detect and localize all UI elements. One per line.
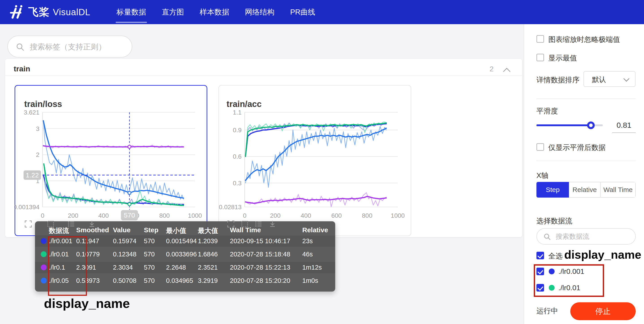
tab-histogram[interactable]: 直方图 [162,7,184,17]
nav-tabs: 标量数据 直方图 样本数据 网络结构 PR曲线 [116,0,315,24]
svg-text:0: 0 [41,212,44,219]
tag-search-input[interactable] [29,41,126,52]
tooltip-cell: 2.3034 [113,264,133,271]
select-all-label: 全选 [548,251,563,261]
xaxis-step-button[interactable]: Step [536,182,569,198]
slider-handle[interactable] [587,122,595,129]
search-icon [16,42,25,52]
svg-text:200: 200 [270,212,280,219]
tooltip-cell: 1m0s [302,277,318,284]
runs-search [536,228,636,245]
svg-text:1.22: 1.22 [26,171,39,179]
tooltip-cell: 570 [144,237,154,245]
ignore-extremes-checkbox[interactable] [536,35,544,43]
tooltip-cell: 2.3521 [198,264,218,271]
tooltip-cell: 0.15974 [113,237,136,245]
xaxis-walltime-button[interactable]: Wall Time [601,182,636,198]
tag-search [8,36,132,57]
sort-label: 详情数据排序 [536,75,580,85]
svg-text:1.1: 1.1 [233,109,242,116]
chart-tooltip: 数据流SmoothedValueStep最小值最大值Wall TimeRelat… [35,221,335,292]
svg-text:3: 3 [36,125,40,132]
tab-scalar[interactable]: 标量数据 [116,7,146,17]
tooltip-cell: 2.2648 [166,264,186,271]
sort-dropdown[interactable]: 默认 [584,71,636,87]
group-title: train [14,64,30,73]
svg-text:1000: 1000 [188,212,202,219]
tooltip-cell: 570 [144,264,154,271]
tooltip-cell: 1m12s [302,264,322,271]
tab-graph[interactable]: 网络结构 [245,7,274,17]
svg-text:0.001394: 0.001394 [14,204,40,211]
tooltip-cell: 2020-07-28 15:18:48 [230,251,290,258]
train-loss-chart[interactable]: 3.6213210.001394020040060080010001.22570 [14,85,207,236]
reset-zoom-icon[interactable] [46,220,55,228]
expand-icon[interactable] [227,220,235,228]
tooltip-row: ./lr0.12.30912.30345702.26482.35212020-0… [35,262,335,273]
tooltip-header-cell: Value [113,226,130,234]
xaxis-button-group: Step Relative Wall Time [536,182,636,198]
visualdl-app: 飞桨 VisualDL 标量数据 直方图 样本数据 网络结构 PR曲线 中 | … [0,0,644,324]
download-icon[interactable] [88,220,96,228]
download-icon[interactable] [268,220,276,228]
tooltip-row: ./lr0.0010.119470.159745700.00154941.203… [35,236,335,247]
tooltip-cell: 0.0015494 [166,237,197,245]
run-color-dot [41,278,46,284]
show-extremum-label: 显示最值 [548,53,577,63]
svg-text:0.6: 0.6 [233,153,242,160]
reset-zoom-icon[interactable] [241,220,249,228]
runs-list-icon[interactable] [254,220,262,228]
tooltip-header-cell: 最小值 [166,226,186,235]
tooltip-header-cell: 最大值 [198,226,218,235]
tooltip-cell: ./lr0.05 [49,277,69,284]
tooltip-cell: 0.12348 [113,251,136,258]
sidebar-divider [536,161,636,161]
expand-icon[interactable] [24,220,32,228]
logo-text-en: VisualDL [53,7,90,17]
tooltip-cell: 1.2039 [198,237,218,245]
xaxis-relative-button[interactable]: Relative [569,182,601,198]
show-extremum-checkbox[interactable] [536,54,544,61]
card-divider [5,75,522,76]
runs-search-input[interactable] [555,232,630,241]
svg-text:800: 800 [159,212,170,219]
stop-button[interactable]: 停止 [570,302,636,320]
run-label[interactable]: ./lr0.01 [558,284,580,292]
tab-pr-curve[interactable]: PR曲线 [290,7,315,17]
tooltip-cell: ./lr0.01 [49,251,69,258]
smoothness-value[interactable]: 0.81 [612,121,636,130]
search-icon [543,233,551,241]
smoothness-label: 平滑度 [536,106,558,116]
svg-text:400: 400 [98,212,109,219]
tooltip-cell: ./lr0.1 [49,264,65,271]
run-label[interactable]: ./lr0.001 [558,267,584,276]
train-acc-chart[interactable]: 1.10.90.60.30.0281302004006008001000 [218,85,411,236]
running-status-label: 运行中 [536,306,558,316]
run-checkbox[interactable] [536,284,544,292]
tooltip-cell: 0.0033696 [166,251,197,258]
tooltip-cell: 2020-07-28 15:22:13 [230,264,290,271]
chevron-down-icon [624,76,630,82]
tab-samples[interactable]: 样本数据 [200,7,229,17]
tooltip-cell: 23s [302,237,313,245]
run-checkbox[interactable] [536,268,544,275]
group-chart-count: 2 [490,65,494,73]
tooltip-cell: 0.50708 [113,277,136,284]
smoothed-only-checkbox[interactable] [536,143,544,151]
tooltip-header-row: 数据流SmoothedValueStep最小值最大值Wall TimeRelat… [35,224,335,236]
tooltip-row: ./lr0.010.107790.123485700.00336961.6846… [35,249,335,260]
tooltip-header-cell: Step [144,226,158,234]
tooltip-cell: ./lr0.001 [49,237,72,245]
run-color-dot [549,269,554,274]
runs-list-icon[interactable] [67,220,75,228]
tooltip-cell: 570 [144,251,154,258]
select-all-checkbox[interactable] [536,252,544,259]
annotation-display-name-main: display_name [44,296,130,311]
ignore-extremes-label: 图表缩放时忽略极端值 [548,35,620,44]
svg-text:3.621: 3.621 [24,109,40,116]
sidebar-divider [536,98,636,99]
smoothed-only-label: 仅显示平滑后数据 [548,143,606,153]
smoothness-value-underline [612,133,636,133]
run-color-dot [549,285,554,291]
svg-text:200: 200 [68,212,78,219]
